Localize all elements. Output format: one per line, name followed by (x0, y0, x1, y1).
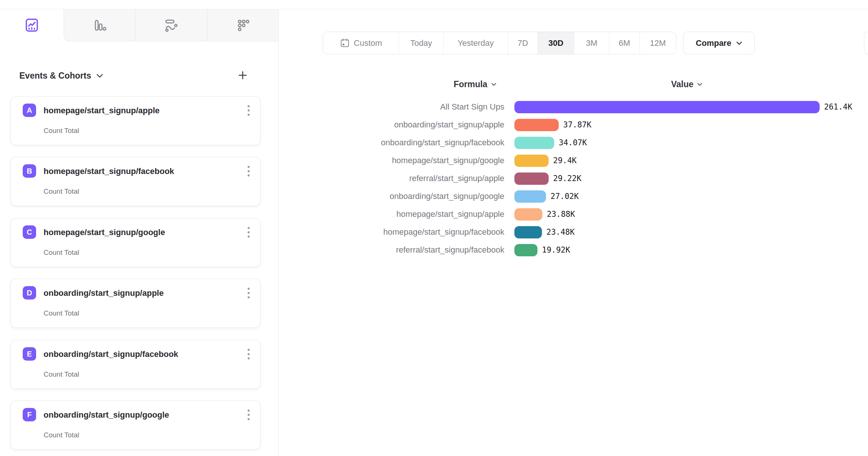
chevron-down-icon (736, 41, 742, 45)
chart-type-tabs (64, 9, 278, 41)
range-button-6m[interactable]: 6M (609, 32, 640, 54)
event-metric[interactable]: Count Total (44, 309, 79, 317)
event-metric[interactable]: Count Total (44, 370, 79, 379)
bar-segment[interactable] (514, 137, 554, 149)
tab-flows[interactable] (135, 9, 207, 41)
event-name[interactable]: onboarding/start_signup/facebook (44, 349, 178, 359)
bar-segment[interactable] (514, 172, 549, 185)
formula-column-header[interactable]: Formula (454, 79, 497, 89)
line-chart-icon (24, 18, 39, 33)
event-name[interactable]: homepage/start_signup/facebook (44, 167, 174, 176)
bar-value-label: 27.02K (551, 192, 579, 201)
sidebar-divider (278, 9, 279, 456)
event-metric[interactable]: Count Total (44, 431, 79, 439)
bar-value-label: 34.07K (559, 138, 587, 147)
event-card-c[interactable]: Chomepage/start_signup/googleCount Total (10, 218, 261, 267)
bar-value-label: 261.4K (824, 102, 852, 111)
event-menu-button[interactable] (247, 165, 250, 178)
range-label: Today (410, 38, 432, 48)
range-label: Yesterday (457, 38, 494, 48)
bar-segment[interactable] (514, 226, 542, 238)
event-name[interactable]: onboarding/start_signup/apple (44, 288, 164, 298)
bar-category-label: All Start Sign Ups (283, 102, 504, 112)
event-card-b[interactable]: Bhomepage/start_signup/facebookCount Tot… (10, 157, 261, 206)
chevron-down-icon (697, 83, 702, 86)
bar-row: All Start Sign Ups261.4K (283, 98, 868, 116)
event-menu-button[interactable] (247, 348, 250, 361)
event-name[interactable]: homepage/start_signup/apple (44, 106, 160, 115)
kebab-icon (247, 348, 250, 361)
calendar-icon (340, 38, 350, 48)
event-badge: C (23, 225, 36, 239)
insights-page: Events & Cohorts Ahomepage/start_signup/… (0, 0, 868, 456)
add-event-button[interactable] (236, 69, 249, 82)
event-badge: D (23, 286, 36, 300)
range-button-today[interactable]: Today (399, 32, 444, 54)
bar-category-label: homepage/start_signup/google (283, 156, 504, 165)
tab-bar-chart[interactable] (64, 9, 135, 41)
flows-icon (164, 18, 178, 32)
event-badge: F (23, 408, 36, 421)
range-label: 3M (586, 38, 597, 48)
event-card-a[interactable]: Ahomepage/start_signup/appleCount Total (10, 96, 261, 145)
tab-line-chart[interactable] (0, 9, 64, 41)
events-cohorts-header[interactable]: Events & Cohorts (19, 69, 103, 82)
bar-segment[interactable] (514, 119, 559, 131)
clipped-edge-button[interactable] (864, 32, 868, 54)
range-button-7d[interactable]: 7D (508, 32, 538, 54)
range-label: 30D (548, 38, 563, 48)
event-card-d[interactable]: Donboarding/start_signup/appleCount Tota… (10, 279, 261, 328)
bar-category-label: referral/start_signup/facebook (283, 245, 504, 255)
event-metric[interactable]: Count Total (44, 248, 79, 257)
bar-segment[interactable] (514, 208, 542, 221)
bar-chart-icon (93, 18, 107, 32)
bar-value-label: 29.4K (553, 156, 577, 165)
bar-category-label: onboarding/start_signup/google (283, 191, 504, 201)
event-menu-button[interactable] (247, 287, 250, 300)
kebab-icon (247, 104, 250, 117)
bar-segment[interactable] (514, 244, 537, 256)
range-label: 6M (619, 38, 630, 48)
range-button-3m[interactable]: 3M (574, 32, 609, 54)
event-name[interactable]: onboarding/start_signup/google (44, 410, 169, 420)
tab-retention[interactable] (207, 9, 278, 41)
bar-segment[interactable] (514, 155, 549, 167)
event-menu-button[interactable] (247, 226, 250, 239)
retention-dots-icon (236, 18, 250, 32)
range-button-12m[interactable]: 12M (640, 32, 676, 54)
bar-category-label: referral/start_signup/apple (283, 174, 504, 183)
bar-value-label: 37.87K (563, 120, 591, 129)
range-button-yesterday[interactable]: Yesterday (444, 32, 508, 54)
kebab-icon (247, 409, 250, 421)
event-badge: A (23, 104, 36, 117)
event-card-f[interactable]: Fonboarding/start_signup/googleCount Tot… (10, 400, 261, 450)
bar-row: onboarding/start_signup/google27.02K (283, 187, 868, 205)
kebab-icon (247, 226, 250, 239)
event-metric[interactable]: Count Total (44, 187, 79, 196)
event-badge: B (23, 164, 36, 178)
event-menu-button[interactable] (247, 104, 250, 117)
bar-category-label: onboarding/start_signup/facebook (283, 138, 504, 148)
value-header-label: Value (671, 79, 693, 89)
event-badge: E (23, 347, 36, 361)
bar-row: referral/start_signup/apple29.22K (283, 170, 868, 187)
event-metric[interactable]: Count Total (44, 127, 79, 135)
range-button-30d[interactable]: 30D (538, 32, 574, 54)
bar-category-label: onboarding/start_signup/apple (283, 120, 504, 130)
bar-category-label: homepage/start_signup/facebook (283, 227, 504, 237)
formula-header-label: Formula (454, 79, 488, 89)
range-label: Custom (354, 38, 382, 48)
event-name[interactable]: homepage/start_signup/google (44, 228, 165, 237)
plus-icon (237, 70, 248, 81)
events-cohorts-title: Events & Cohorts (19, 71, 91, 81)
bar-segment[interactable] (514, 190, 546, 203)
range-label: 7D (517, 38, 528, 48)
chevron-down-icon (96, 74, 103, 78)
bar-segment[interactable] (514, 101, 820, 113)
range-button-custom[interactable]: Custom (323, 32, 399, 54)
value-column-header[interactable]: Value (671, 79, 702, 89)
event-menu-button[interactable] (247, 409, 250, 421)
compare-button[interactable]: Compare (683, 32, 755, 54)
bar-row: referral/start_signup/facebook19.92K (283, 241, 868, 259)
event-card-e[interactable]: Eonboarding/start_signup/facebookCount T… (10, 340, 261, 389)
